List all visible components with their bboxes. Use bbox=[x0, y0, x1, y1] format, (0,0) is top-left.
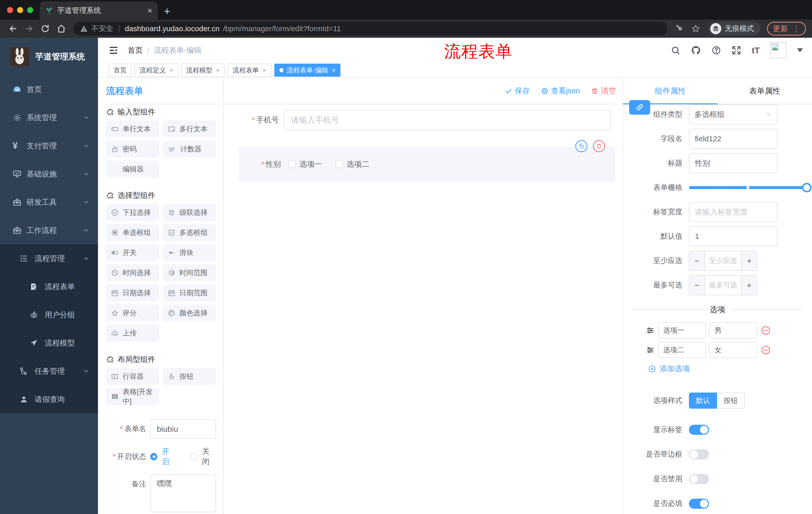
security-warning-icon[interactable] bbox=[80, 25, 88, 33]
form-remark-textarea[interactable]: 嘿嘿 bbox=[150, 475, 216, 512]
sidebar-item-payment[interactable]: ¥ 支付管理 bbox=[0, 132, 98, 160]
status-on-label[interactable]: 开启 bbox=[162, 447, 176, 467]
stepper-increase-button[interactable]: + bbox=[741, 251, 757, 270]
new-tab-button[interactable]: + bbox=[158, 5, 177, 20]
tag-home[interactable]: 首页 bbox=[109, 64, 132, 77]
form-grid-slider[interactable] bbox=[689, 186, 807, 189]
security-label[interactable]: 不安全 bbox=[91, 24, 113, 34]
border-toggle[interactable] bbox=[689, 450, 709, 459]
tag-close-icon[interactable]: × bbox=[169, 66, 173, 74]
home-icon[interactable] bbox=[54, 24, 68, 33]
minimize-window-button[interactable] bbox=[17, 7, 23, 13]
show-label-toggle[interactable] bbox=[689, 425, 709, 435]
sidebar-item-devtools[interactable]: 研发工具 bbox=[0, 188, 98, 216]
view-json-button[interactable]: 查看json bbox=[541, 86, 580, 96]
tag-process-form[interactable]: 流程表单× bbox=[228, 64, 271, 77]
form-name-input[interactable] bbox=[150, 419, 216, 439]
component-button[interactable]: 按钮 bbox=[163, 368, 216, 385]
tag-process-model[interactable]: 流程模型× bbox=[181, 64, 225, 77]
update-label[interactable]: 更新 bbox=[773, 24, 788, 34]
gender-option1-checkbox[interactable] bbox=[288, 160, 296, 168]
remove-option-icon[interactable] bbox=[761, 345, 771, 355]
field-name-input[interactable] bbox=[689, 129, 777, 149]
bookmark-star-icon[interactable] bbox=[689, 24, 703, 33]
label-width-input[interactable] bbox=[689, 202, 777, 222]
save-button[interactable]: 保存 bbox=[505, 86, 530, 96]
avatar[interactable] bbox=[770, 42, 786, 58]
url-path[interactable]: /bpm/manager/form/edit?formId=11 bbox=[223, 24, 341, 33]
sidebar-item-infrastructure[interactable]: 基础设施 bbox=[0, 160, 98, 188]
tag-close-icon[interactable]: × bbox=[331, 66, 336, 74]
tag-process-form-edit-active[interactable]: 流程表单-编辑× bbox=[274, 64, 341, 77]
component-time-range[interactable]: 时间范围 bbox=[163, 264, 216, 281]
default-value-input[interactable] bbox=[689, 226, 777, 246]
close-window-button[interactable] bbox=[7, 7, 13, 13]
window-controls[interactable] bbox=[0, 7, 40, 20]
tag-process-definition[interactable]: 流程定义× bbox=[135, 64, 178, 77]
address-bar[interactable]: 不安全 dashboard.yudao.iocoder.cn/bpm/manag… bbox=[74, 22, 668, 35]
clear-button[interactable]: 清空 bbox=[591, 86, 616, 96]
search-icon[interactable] bbox=[671, 46, 680, 55]
component-upload[interactable]: 上传 bbox=[106, 325, 159, 342]
component-multi-line-text[interactable]: 多行文本 bbox=[163, 120, 216, 138]
component-editor[interactable]: 编辑器 bbox=[106, 161, 159, 178]
component-rate[interactable]: 评分 bbox=[106, 304, 159, 322]
drag-handle-icon[interactable] bbox=[646, 346, 655, 355]
gender-option2-checkbox[interactable] bbox=[336, 160, 343, 168]
drag-handle-icon[interactable] bbox=[646, 326, 655, 335]
sidebar-item-workflow[interactable]: 工作流程 bbox=[0, 216, 98, 244]
component-select[interactable]: 下拉选择 bbox=[106, 204, 159, 221]
max-select-input[interactable] bbox=[705, 276, 741, 295]
browser-menu-icon[interactable]: ⋮ bbox=[792, 24, 800, 33]
sidebar-item-task-management[interactable]: 任务管理 bbox=[0, 357, 98, 385]
password-key-icon[interactable] bbox=[672, 24, 687, 33]
update-button[interactable]: 更新 ⋮ bbox=[767, 22, 806, 35]
help-icon[interactable] bbox=[712, 46, 721, 55]
delete-field-button[interactable] bbox=[593, 140, 605, 152]
component-table-wip[interactable]: 表格[开发中] bbox=[106, 388, 159, 405]
component-color-picker[interactable]: 颜色选择 bbox=[163, 304, 216, 322]
component-type-select[interactable]: 多选框组 bbox=[689, 104, 777, 125]
status-on-radio[interactable] bbox=[150, 453, 157, 460]
slider-handle[interactable] bbox=[802, 183, 812, 192]
fullscreen-icon[interactable] bbox=[732, 46, 741, 55]
canvas-field-phone[interactable]: *手机号 bbox=[239, 110, 617, 130]
stepper-decrease-button[interactable]: − bbox=[689, 251, 705, 270]
option2-label-input[interactable] bbox=[658, 342, 706, 358]
canvas-field-gender-selected[interactable]: *性别 选项一 选项二 bbox=[239, 146, 615, 182]
component-cascader[interactable]: 级联选择 bbox=[163, 204, 216, 221]
sidebar-collapse-icon[interactable] bbox=[109, 45, 119, 55]
sidebar-item-process-form[interactable]: 流程表单 bbox=[0, 273, 98, 301]
sidebar-item-process-management[interactable]: 流程管理 bbox=[0, 244, 98, 273]
github-icon[interactable] bbox=[691, 45, 701, 55]
component-radio-group[interactable]: 单选框组 bbox=[106, 224, 159, 241]
url-domain[interactable]: dashboard.yudao.iocoder.cn bbox=[125, 24, 220, 33]
title-input[interactable] bbox=[689, 153, 777, 173]
tag-close-icon[interactable]: × bbox=[262, 66, 266, 74]
required-toggle[interactable] bbox=[689, 499, 709, 509]
sidebar-item-user-group[interactable]: 用户分组 bbox=[0, 301, 98, 329]
component-password[interactable]: 密码 bbox=[106, 141, 159, 158]
zoom-window-button[interactable] bbox=[27, 7, 33, 13]
duplicate-field-button[interactable] bbox=[575, 140, 587, 152]
tab-form-props[interactable]: 表单属性 bbox=[718, 78, 812, 104]
component-date-picker[interactable]: 日期选择 bbox=[106, 285, 159, 301]
browser-tab[interactable]: 芋道管理系统 × bbox=[40, 1, 158, 20]
min-select-input[interactable] bbox=[705, 251, 741, 270]
component-time-picker[interactable]: 时间选择 bbox=[106, 264, 159, 281]
sidebar-item-home[interactable]: 首页 bbox=[0, 76, 98, 104]
phone-field-input[interactable] bbox=[284, 110, 610, 130]
component-single-line-text[interactable]: 单行文本 bbox=[106, 120, 159, 138]
style-button-button[interactable]: 按钮 bbox=[717, 393, 745, 409]
gender-option2-label[interactable]: 选项二 bbox=[347, 159, 369, 169]
breadcrumb-home[interactable]: 首页 bbox=[127, 45, 143, 56]
sidebar-item-system[interactable]: 系统管理 bbox=[0, 104, 98, 132]
add-option-button[interactable]: 添加选项 bbox=[648, 363, 812, 374]
sidebar-item-leave-query[interactable]: 请假查询 bbox=[0, 385, 98, 413]
sidebar-item-process-model[interactable]: 流程模型 bbox=[0, 329, 98, 357]
component-switch[interactable]: 开关 bbox=[106, 244, 159, 261]
font-size-icon[interactable]: tT bbox=[752, 46, 760, 55]
reload-icon[interactable] bbox=[38, 24, 52, 33]
stepper-increase-button[interactable]: + bbox=[741, 276, 757, 295]
link-handle-button[interactable] bbox=[629, 100, 650, 115]
